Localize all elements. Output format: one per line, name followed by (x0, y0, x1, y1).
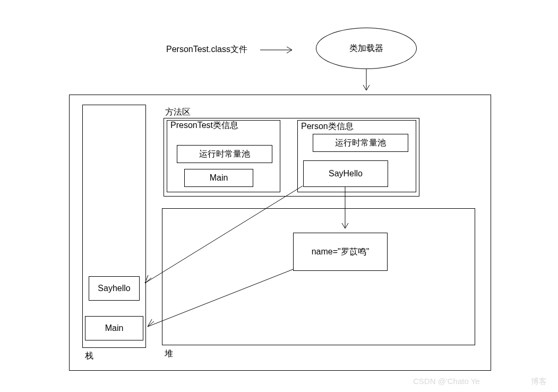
stack-frame-sayhello: Sayhello (89, 276, 140, 301)
method-main-box: Main (184, 169, 253, 187)
file-label: PersonTest.class文件 (166, 44, 247, 55)
const-pool-person: 运行时常量池 (313, 134, 408, 152)
arrow-loader-to-memory (362, 69, 373, 96)
stack-frame-sayhello-label: Sayhello (98, 284, 130, 293)
method-sayhello-label: SayHello (329, 169, 363, 178)
class-loader-label: 类加载器 (349, 43, 383, 54)
arrow-object-to-main (143, 268, 295, 332)
watermark-left: CSDN @'Chato Ye (413, 377, 480, 386)
stack-frame-main: Main (85, 316, 143, 340)
stack-label: 栈 (85, 351, 93, 362)
watermark-right: 博客 (531, 377, 547, 387)
const-pool-persontest: 运行时常量池 (177, 145, 272, 163)
method-main-label: Main (210, 173, 228, 183)
svg-line-4 (148, 269, 293, 327)
stack-frame-main-label: Main (105, 323, 124, 333)
stack-region (82, 105, 146, 348)
class-title-persontest: PresonTest类信息 (170, 120, 271, 131)
const-pool-persontest-label: 运行时常量池 (199, 149, 250, 160)
heap-object-name: name="罗苡鸣" (293, 233, 388, 271)
class-loader-ellipse: 类加载器 (316, 28, 417, 69)
method-sayhello-box: SayHello (303, 160, 388, 187)
heap-label: 堆 (165, 348, 173, 360)
class-title-person: Person类信息 (301, 121, 354, 132)
const-pool-person-label: 运行时常量池 (335, 138, 386, 149)
arrow-file-to-loader (260, 45, 300, 56)
method-area-label: 方法区 (165, 107, 191, 118)
heap-object-name-label: name="罗苡鸣" (312, 246, 370, 258)
arrow-sayhello-to-object (340, 187, 350, 233)
